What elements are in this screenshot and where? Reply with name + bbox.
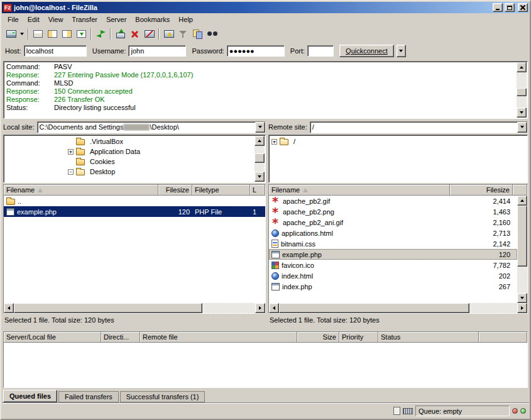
scroll-down-button[interactable] <box>517 108 527 118</box>
toggle-transfer-queue-icon <box>77 30 86 38</box>
tree-item[interactable]: Cookies <box>5 157 254 167</box>
file-row-selected[interactable]: example.php 120 PHP File 1 <box>4 206 265 217</box>
queue-column-server-local-file[interactable]: Server/Local file <box>4 332 101 343</box>
port-input[interactable] <box>307 45 334 57</box>
close-button[interactable] <box>518 3 528 12</box>
scroll-thumb[interactable] <box>14 303 202 313</box>
title-bar[interactable]: Fz john@localhost - FileZilla <box>2 2 529 13</box>
expander-icon[interactable]: - <box>68 169 74 175</box>
scroll-right-button[interactable] <box>255 303 265 313</box>
file-row[interactable]: apache_pb2.png 1,463 <box>269 206 517 217</box>
toggle-local-tree-button[interactable] <box>45 27 60 41</box>
maximize-button[interactable] <box>505 3 515 12</box>
quickconnect-dropdown-button[interactable] <box>397 45 406 57</box>
tree-item[interactable]: - Desktop <box>5 167 254 177</box>
column-header-filename[interactable]: Filename <box>269 185 450 196</box>
queue-column-direction[interactable]: Directi... <box>101 332 140 343</box>
toggle-transfer-queue-button[interactable] <box>74 27 89 41</box>
scroll-track[interactable] <box>279 303 517 313</box>
tree-item[interactable]: .VirtualBox <box>5 136 254 146</box>
site-manager-button[interactable] <box>4 27 18 41</box>
speed-limits-icon[interactable] <box>403 408 413 414</box>
scroll-thumb[interactable] <box>517 88 527 96</box>
column-header-filename[interactable]: Filename <box>4 185 158 196</box>
local-site-combobox[interactable]: C:\Documents and Settings\Desktop\ <box>37 121 266 133</box>
site-manager-dropdown-button[interactable] <box>18 27 26 41</box>
local-list-hscrollbar[interactable] <box>4 303 265 313</box>
queue-column-remote-file[interactable]: Remote file <box>140 332 297 343</box>
menu-item-help[interactable]: Help <box>174 14 197 25</box>
filter-button[interactable] <box>176 27 190 41</box>
scroll-right-button[interactable] <box>517 303 527 313</box>
column-header-filesize[interactable]: Filesize <box>158 185 192 196</box>
scroll-up-button[interactable] <box>517 196 527 206</box>
file-row[interactable]: bitnami.css 2,142 <box>269 238 517 249</box>
refresh-button[interactable] <box>94 27 108 41</box>
remote-site-combobox[interactable]: / <box>310 121 528 133</box>
tree-item[interactable]: + / <box>270 136 516 146</box>
scroll-up-button[interactable] <box>255 136 265 146</box>
arrow-up-icon <box>520 199 524 202</box>
queue-column-size[interactable]: Size <box>297 332 339 343</box>
log-scrollbar[interactable] <box>517 62 527 118</box>
scroll-left-button[interactable] <box>4 303 14 313</box>
reconnect-button[interactable] <box>161 27 176 41</box>
menu-item-edit[interactable]: Edit <box>23 14 44 25</box>
file-row-selected[interactable]: example.php 120 <box>269 249 517 260</box>
queue-column-status[interactable]: Status <box>378 332 479 343</box>
password-input[interactable] <box>227 45 285 57</box>
transfer-type-icon[interactable] <box>393 407 400 415</box>
column-header-filesize[interactable]: Filesize <box>450 185 513 196</box>
menu-item-view[interactable]: View <box>44 14 68 25</box>
scroll-thumb[interactable] <box>517 206 527 267</box>
file-row[interactable]: .. <box>4 196 265 206</box>
scroll-track[interactable] <box>255 146 265 172</box>
scroll-track[interactable] <box>517 72 527 108</box>
file-row[interactable]: favicon.ico 7,782 <box>269 260 517 270</box>
quickconnect-button[interactable]: Quickconnect <box>339 45 394 57</box>
compare-button[interactable] <box>190 27 205 41</box>
toggle-message-log-button[interactable] <box>31 27 45 41</box>
tab-queued-files[interactable]: Queued files <box>3 390 57 402</box>
remote-list-hscrollbar[interactable] <box>269 303 527 313</box>
cancel-button[interactable] <box>128 27 142 41</box>
tab-failed-transfers[interactable]: Failed transfers <box>58 391 119 402</box>
scroll-down-button[interactable] <box>255 172 265 182</box>
file-row[interactable]: applications.html 2,713 <box>269 228 517 238</box>
find-button[interactable] <box>205 27 219 41</box>
remote-list-vscrollbar[interactable] <box>517 196 527 303</box>
toggle-remote-tree-button[interactable] <box>60 27 74 41</box>
menu-item-bookmarks[interactable]: Bookmarks <box>131 14 174 25</box>
file-size: 7,782 <box>450 260 513 270</box>
menu-item-server[interactable]: Server <box>102 14 131 25</box>
minimize-button[interactable] <box>493 3 503 12</box>
tree-item[interactable]: + Application Data <box>5 146 254 157</box>
scroll-thumb[interactable] <box>255 153 265 162</box>
disconnect-button[interactable] <box>142 27 156 41</box>
host-input[interactable] <box>24 45 87 57</box>
scroll-down-button[interactable] <box>517 293 527 303</box>
expander-icon[interactable]: + <box>271 139 277 145</box>
file-row[interactable]: apache_pb2_ani.gif 2,160 <box>269 217 517 228</box>
tab-successful-transfers[interactable]: Successful transfers (1) <box>120 391 205 402</box>
scroll-track[interactable] <box>517 206 527 293</box>
scroll-thumb[interactable] <box>279 303 469 313</box>
expander-icon[interactable]: + <box>68 149 74 155</box>
scroll-left-button[interactable] <box>269 303 279 313</box>
local-site-dropdown-button[interactable] <box>255 122 265 133</box>
filezilla-window: Fz john@localhost - FileZilla File Edit … <box>0 0 531 420</box>
menu-item-transfer[interactable]: Transfer <box>67 14 102 25</box>
file-row[interactable]: index.html 202 <box>269 270 517 281</box>
column-header-lastmodified[interactable]: L <box>250 185 265 196</box>
queue-column-priority[interactable]: Priority <box>339 332 378 343</box>
menu-item-file[interactable]: File <box>3 14 23 25</box>
scroll-track[interactable] <box>14 303 255 313</box>
scroll-up-button[interactable] <box>517 62 527 72</box>
file-row[interactable]: apache_pb2.gif 2,414 <box>269 196 517 206</box>
file-row[interactable]: index.php 267 <box>269 281 517 292</box>
process-queue-button[interactable] <box>113 27 128 41</box>
username-input[interactable] <box>128 45 186 57</box>
column-header-filetype[interactable]: Filetype <box>192 185 250 196</box>
remote-site-dropdown-button[interactable] <box>517 122 527 133</box>
local-tree-scrollbar[interactable] <box>255 136 265 182</box>
